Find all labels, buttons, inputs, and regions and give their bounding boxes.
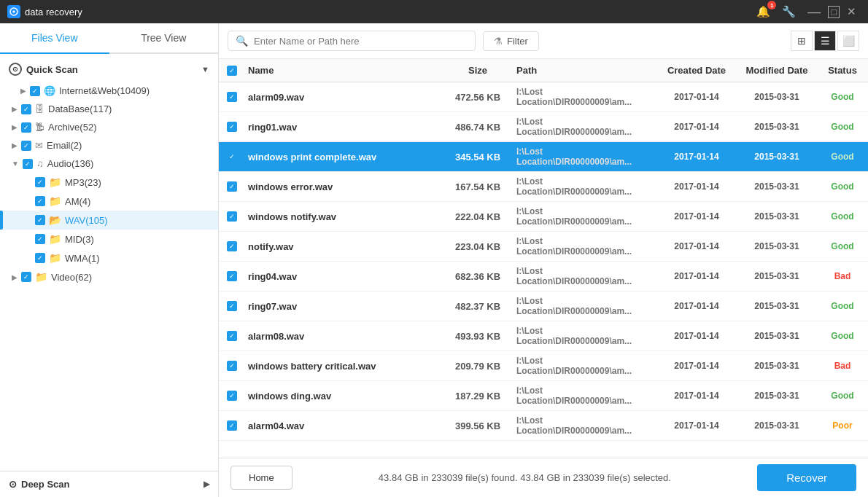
file-name: windows ding.wav xyxy=(245,391,445,402)
recover-button[interactable]: Recover xyxy=(757,464,856,491)
row-checkbox[interactable] xyxy=(227,181,237,192)
sidebar-item-am[interactable]: 📁 AM(4) xyxy=(0,192,218,211)
deep-scan-label: Deep Scan xyxy=(21,479,69,490)
table-row[interactable]: alarm08.wav 493.93 KB I:\Lost Location\D… xyxy=(219,321,868,351)
header-check[interactable] xyxy=(219,66,245,76)
select-all-checkbox[interactable] xyxy=(227,66,237,76)
row-checkbox[interactable] xyxy=(227,361,237,371)
table-row[interactable]: windows ding.wav 187.29 KB I:\Lost Locat… xyxy=(219,381,868,411)
table-row[interactable]: windows error.wav 167.54 KB I:\Lost Loca… xyxy=(219,172,868,202)
sidebar-item-email[interactable]: ▶ ✉ Email(2) xyxy=(0,136,218,154)
row-check[interactable] xyxy=(219,122,245,132)
settings-icon[interactable]: 🔧 xyxy=(778,4,800,20)
home-button[interactable]: Home xyxy=(230,466,292,490)
file-created: 2017-01-14 xyxy=(656,122,737,132)
file-path: I:\Lost Location\DIR00000009\am... xyxy=(511,176,656,197)
row-check[interactable] xyxy=(219,181,245,192)
table-row[interactable]: alarm04.wav 399.56 KB I:\Lost Location\D… xyxy=(219,411,868,441)
checkbox-video[interactable] xyxy=(21,272,31,282)
sidebar-item-label: Audio(136) xyxy=(47,158,94,169)
row-checkbox[interactable] xyxy=(227,271,237,281)
row-checkbox[interactable] xyxy=(227,122,237,132)
view-tabs: Files View Tree View xyxy=(0,23,218,54)
header-name: Name xyxy=(245,65,445,76)
sidebar-item-wma[interactable]: 📁 WMA(1) xyxy=(0,248,218,267)
row-check[interactable] xyxy=(219,420,245,431)
checkbox-wav[interactable] xyxy=(35,215,45,225)
row-checkbox[interactable] xyxy=(227,211,237,222)
quick-scan-header[interactable]: ⊙ Quick Scan ▼ xyxy=(0,57,218,82)
close-icon[interactable]: ✕ xyxy=(842,4,861,20)
file-created: 2017-01-14 xyxy=(656,92,737,102)
table-row[interactable]: alarm09.wav 472.56 KB I:\Lost Location\D… xyxy=(219,82,868,112)
minimize-icon[interactable]: — xyxy=(803,4,825,20)
grid-view-button[interactable]: ⊞ xyxy=(791,31,813,51)
folder-wav-icon: 📂 xyxy=(49,214,61,226)
file-modified: 2015-03-31 xyxy=(737,152,817,162)
row-check[interactable] xyxy=(219,361,245,371)
file-created: 2017-01-14 xyxy=(656,331,737,341)
sidebar-item-mp3[interactable]: 📁 MP3(23) xyxy=(0,173,218,192)
table-row[interactable]: notify.wav 223.04 KB I:\Lost Location\DI… xyxy=(219,232,868,262)
filter-button[interactable]: ⚗ Filter xyxy=(483,31,539,51)
table-row[interactable]: windows battery critical.wav 209.79 KB I… xyxy=(219,351,868,381)
detail-view-button[interactable]: ⬜ xyxy=(837,31,859,51)
expand-arrow: ▶ xyxy=(20,87,26,95)
row-check[interactable] xyxy=(219,152,245,162)
table-row[interactable]: ring07.wav 482.37 KB I:\Lost Location\DI… xyxy=(219,291,868,321)
file-size: 167.54 KB xyxy=(445,181,511,192)
search-box: 🔍 xyxy=(228,31,476,51)
tab-files-view[interactable]: Files View xyxy=(0,23,109,54)
sidebar-item-label: Email(2) xyxy=(47,140,82,151)
checkbox-archive[interactable] xyxy=(21,122,31,133)
file-size: 399.56 KB xyxy=(445,420,511,431)
sidebar-item-archive[interactable]: ▶ 🗜 Archive(52) xyxy=(0,118,218,136)
header-status: Status xyxy=(817,65,868,76)
sidebar-item-wav[interactable]: 📂 WAV(105) xyxy=(0,211,218,230)
row-check[interactable] xyxy=(219,301,245,311)
sidebar-item-video[interactable]: ▶ 📁 Video(62) xyxy=(0,267,218,286)
checkbox-db[interactable] xyxy=(21,104,31,114)
row-check[interactable] xyxy=(219,391,245,401)
row-checkbox[interactable] xyxy=(227,420,237,431)
checkbox-email[interactable] xyxy=(21,141,31,151)
checkbox-wma[interactable] xyxy=(35,253,45,263)
table-row[interactable]: windows notify.wav 222.04 KB I:\Lost Loc… xyxy=(219,202,868,232)
sidebar-item-internet[interactable]: ▶ 🌐 Internet&Web(10409) xyxy=(0,82,218,100)
list-view-button[interactable]: ☰ xyxy=(814,31,836,51)
checkbox-internet[interactable] xyxy=(30,86,40,96)
row-checkbox[interactable] xyxy=(227,301,237,311)
search-input[interactable] xyxy=(254,36,468,47)
row-check[interactable] xyxy=(219,241,245,251)
file-name: alarm09.wav xyxy=(245,92,445,103)
file-name: windows notify.wav xyxy=(245,211,445,222)
row-check[interactable] xyxy=(219,92,245,102)
checkbox-mp3[interactable] xyxy=(35,177,45,187)
sidebar-item-database[interactable]: ▶ 🗄 DataBase(117) xyxy=(0,100,218,118)
checkbox-mid[interactable] xyxy=(35,234,45,244)
row-checkbox[interactable] xyxy=(227,92,237,102)
header-path: Path xyxy=(511,65,656,76)
file-status: Bad xyxy=(817,361,868,371)
row-checkbox[interactable] xyxy=(227,152,237,162)
row-check[interactable] xyxy=(219,331,245,341)
row-checkbox[interactable] xyxy=(227,241,237,251)
filter-label: Filter xyxy=(507,36,528,47)
row-check[interactable] xyxy=(219,211,245,222)
row-checkbox[interactable] xyxy=(227,391,237,401)
table-row[interactable]: ring01.wav 486.74 KB I:\Lost Location\DI… xyxy=(219,112,868,142)
table-row[interactable]: ring04.wav 682.36 KB I:\Lost Location\DI… xyxy=(219,262,868,291)
checkbox-am[interactable] xyxy=(35,196,45,206)
row-checkbox[interactable] xyxy=(227,331,237,341)
tab-tree-view[interactable]: Tree View xyxy=(109,23,219,54)
table-row[interactable]: windows print complete.wav 345.54 KB I:\… xyxy=(219,142,868,172)
sidebar-item-audio[interactable]: ▼ ♫ Audio(136) xyxy=(0,154,218,173)
sidebar-item-mid[interactable]: 📁 MID(3) xyxy=(0,230,218,248)
notification-icon[interactable]: 🔔 1 xyxy=(752,4,775,20)
toolbar: 🔍 ⚗ Filter ⊞ ☰ ⬜ xyxy=(219,23,868,59)
maximize-icon[interactable]: □ xyxy=(828,6,840,18)
deep-scan-header[interactable]: ⊙ Deep Scan ▶ xyxy=(0,471,218,497)
row-check[interactable] xyxy=(219,271,245,281)
file-status: Poor xyxy=(817,420,868,431)
checkbox-audio[interactable] xyxy=(23,159,33,169)
